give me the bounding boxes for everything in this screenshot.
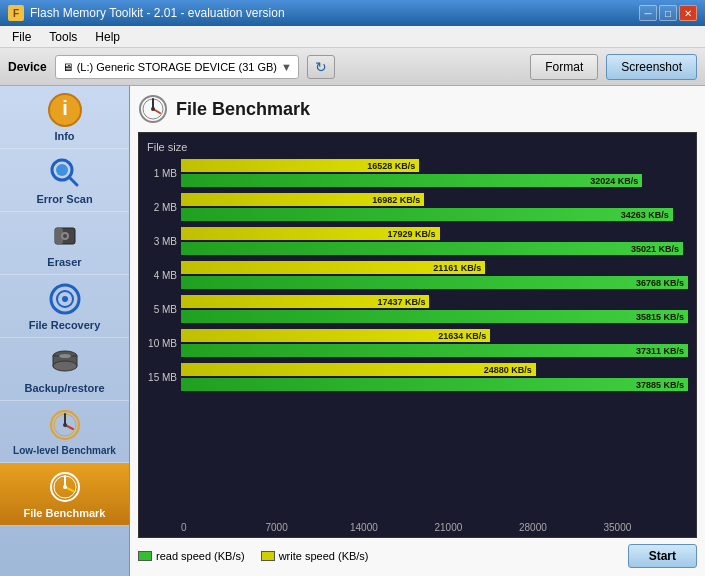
sidebar-item-file-benchmark[interactable]: File Benchmark — [0, 463, 129, 526]
bars-column: 24880 KB/s37885 KB/s — [181, 361, 688, 393]
svg-point-3 — [56, 164, 68, 176]
sidebar-item-backup-restore[interactable]: Backup/restore — [0, 338, 129, 401]
sidebar-item-file-recovery[interactable]: File Recovery — [0, 275, 129, 338]
app-icon: F — [8, 5, 24, 21]
bars-column: 16528 KB/s32024 KB/s — [181, 157, 688, 189]
bar-size-label: 15 MB — [147, 372, 177, 383]
bar-group-10MB: 10 MB21634 KB/s37311 KB/s — [147, 327, 688, 359]
write-bar: 21634 KB/s — [181, 329, 490, 342]
maximize-button[interactable]: □ — [659, 5, 677, 21]
write-bar-row: 17437 KB/s — [181, 295, 688, 308]
bars-column: 16982 KB/s34263 KB/s — [181, 191, 688, 223]
write-bar-row: 21634 KB/s — [181, 329, 688, 342]
format-button[interactable]: Format — [530, 54, 598, 80]
svg-text:i: i — [62, 97, 68, 119]
read-bar-row: 35021 KB/s — [181, 242, 688, 255]
bar-size-label: 10 MB — [147, 338, 177, 349]
svg-point-11 — [62, 296, 68, 302]
read-bar-row: 37885 KB/s — [181, 378, 688, 391]
title-bar-left: F Flash Memory Toolkit - 2.01 - evaluati… — [8, 5, 285, 21]
bar-size-label: 5 MB — [147, 304, 177, 315]
eraser-icon — [47, 218, 83, 254]
x-axis-label: 14000 — [350, 522, 435, 533]
write-bar-row: 16528 KB/s — [181, 159, 688, 172]
screenshot-button[interactable]: Screenshot — [606, 54, 697, 80]
bars-area: 1 MB16528 KB/s32024 KB/s2 MB16982 KB/s34… — [147, 157, 688, 518]
legend-write: write speed (KB/s) — [261, 550, 369, 562]
app-title: Flash Memory Toolkit - 2.01 - evaluation… — [30, 6, 285, 20]
svg-point-25 — [63, 485, 67, 489]
sidebar-item-low-level-benchmark[interactable]: Low-level Benchmark — [0, 401, 129, 463]
bar-group-15MB: 15 MB24880 KB/s37885 KB/s — [147, 361, 688, 393]
bar-size-label: 3 MB — [147, 236, 177, 247]
sidebar-item-info-label: Info — [54, 130, 74, 142]
write-bar: 21161 KB/s — [181, 261, 485, 274]
menu-tools[interactable]: Tools — [41, 28, 85, 45]
toolbar: Device 🖥 (L:) Generic STORAGE DEVICE (31… — [0, 48, 705, 86]
sidebar-item-file-recovery-label: File Recovery — [29, 319, 101, 331]
read-bar-row: 35815 KB/s — [181, 310, 688, 323]
sidebar-item-eraser-label: Eraser — [47, 256, 81, 268]
svg-point-30 — [151, 107, 155, 111]
file-recovery-icon — [47, 281, 83, 317]
x-axis: 0700014000210002800035000 — [147, 522, 688, 533]
svg-point-8 — [63, 234, 67, 238]
bar-size-label: 4 MB — [147, 270, 177, 281]
clock-icon — [138, 94, 168, 124]
sidebar: i Info Error Scan — [0, 86, 130, 576]
write-bar-row: 16982 KB/s — [181, 193, 688, 206]
read-bar: 35021 KB/s — [181, 242, 683, 255]
sidebar-item-info[interactable]: i Info — [0, 86, 129, 149]
read-bar: 37311 KB/s — [181, 344, 688, 357]
minimize-button[interactable]: ─ — [639, 5, 657, 21]
chart-container: File size 1 MB16528 KB/s32024 KB/s2 MB16… — [138, 132, 697, 538]
window-controls[interactable]: ─ □ ✕ — [639, 5, 697, 21]
bar-group-1MB: 1 MB16528 KB/s32024 KB/s — [147, 157, 688, 189]
chart-area: File Benchmark File size 1 MB16528 KB/s3… — [130, 86, 705, 576]
x-axis-label: 7000 — [266, 522, 351, 533]
menu-file[interactable]: File — [4, 28, 39, 45]
write-bar-row: 21161 KB/s — [181, 261, 688, 274]
bars-column: 21634 KB/s37311 KB/s — [181, 327, 688, 359]
device-label: Device — [8, 60, 47, 74]
write-bar: 24880 KB/s — [181, 363, 536, 376]
x-axis-label: 0 — [181, 522, 266, 533]
write-bar: 16528 KB/s — [181, 159, 419, 172]
read-bar-row: 37311 KB/s — [181, 344, 688, 357]
read-bar: 34263 KB/s — [181, 208, 673, 221]
menu-help[interactable]: Help — [87, 28, 128, 45]
sidebar-item-error-scan[interactable]: Error Scan — [0, 149, 129, 212]
read-bar: 35815 KB/s — [181, 310, 688, 323]
svg-point-14 — [53, 361, 77, 371]
bar-group-3MB: 3 MB17929 KB/s35021 KB/s — [147, 225, 688, 257]
device-selector[interactable]: 🖥 (L:) Generic STORAGE DEVICE (31 GB) ▼ — [55, 55, 299, 79]
write-bar: 17929 KB/s — [181, 227, 440, 240]
read-bar: 32024 KB/s — [181, 174, 642, 187]
main-content: i Info Error Scan — [0, 86, 705, 576]
legend-write-color — [261, 551, 275, 561]
svg-point-15 — [59, 354, 71, 358]
svg-line-4 — [69, 177, 77, 185]
read-bar-row: 32024 KB/s — [181, 174, 688, 187]
start-button[interactable]: Start — [628, 544, 697, 568]
error-scan-icon — [47, 155, 83, 191]
write-bar-row: 17929 KB/s — [181, 227, 688, 240]
drive-icon: 🖥 — [62, 61, 73, 73]
legend-read: read speed (KB/s) — [138, 550, 245, 562]
write-bar: 17437 KB/s — [181, 295, 429, 308]
sidebar-item-eraser[interactable]: Eraser — [0, 212, 129, 275]
bar-group-4MB: 4 MB21161 KB/s36768 KB/s — [147, 259, 688, 291]
bars-column: 17437 KB/s35815 KB/s — [181, 293, 688, 325]
close-button[interactable]: ✕ — [679, 5, 697, 21]
file-benchmark-icon — [47, 469, 83, 505]
x-axis-label: 21000 — [435, 522, 520, 533]
bar-size-label: 2 MB — [147, 202, 177, 213]
refresh-button[interactable]: ↻ — [307, 55, 335, 79]
sidebar-item-error-scan-label: Error Scan — [36, 193, 92, 205]
bars-column: 17929 KB/s35021 KB/s — [181, 225, 688, 257]
sidebar-item-file-benchmark-label: File Benchmark — [24, 507, 106, 519]
legend-read-label: read speed (KB/s) — [156, 550, 245, 562]
legend-write-label: write speed (KB/s) — [279, 550, 369, 562]
backup-restore-icon — [47, 344, 83, 380]
read-bar-row: 34263 KB/s — [181, 208, 688, 221]
